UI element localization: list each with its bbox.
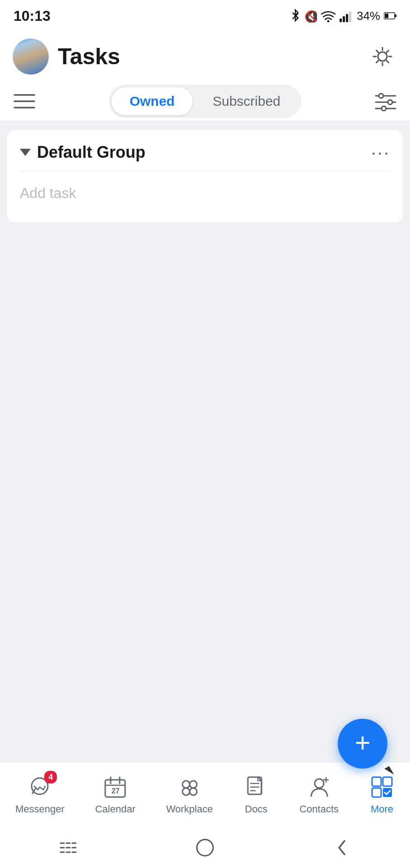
bluetooth-icon bbox=[290, 9, 301, 23]
main-content: Default Group ··· Add task bbox=[0, 121, 410, 762]
svg-line-16 bbox=[377, 51, 378, 52]
nav-item-workplace[interactable]: Workplace bbox=[166, 774, 213, 815]
messenger-nav-icon: 4 bbox=[27, 774, 52, 800]
avatar[interactable] bbox=[13, 38, 49, 75]
tabs-pill: Owned Subscribed bbox=[109, 85, 301, 118]
status-time: 10:13 bbox=[14, 8, 51, 24]
messenger-label: Messenger bbox=[15, 803, 65, 815]
recents-icon bbox=[58, 840, 79, 856]
svg-point-28 bbox=[382, 106, 386, 111]
battery-icon bbox=[384, 12, 396, 20]
bottom-nav: 4 Messenger 27 Calendar Workplace bbox=[0, 762, 410, 827]
list-filter-icon bbox=[13, 91, 36, 111]
header: Tasks bbox=[0, 32, 410, 81]
battery-text: 34% bbox=[357, 9, 380, 23]
nav-item-docs[interactable]: Docs bbox=[243, 774, 269, 815]
status-icons: 🔇 34% bbox=[290, 9, 396, 23]
svg-rect-49 bbox=[383, 777, 392, 786]
calendar-nav-icon: 27 bbox=[102, 774, 128, 800]
mute-icon: 🔇 bbox=[304, 9, 317, 23]
wifi-icon bbox=[321, 9, 336, 22]
settings-button[interactable] bbox=[368, 42, 397, 71]
more-dots-icon: ··· bbox=[371, 142, 390, 162]
svg-line-17 bbox=[387, 61, 388, 62]
svg-rect-10 bbox=[385, 14, 388, 18]
svg-line-18 bbox=[387, 51, 388, 52]
add-task-input[interactable]: Add task bbox=[20, 180, 390, 206]
workplace-label: Workplace bbox=[166, 803, 213, 815]
more-nav-icon bbox=[369, 774, 395, 800]
tab-owned[interactable]: Owned bbox=[112, 87, 193, 115]
svg-point-45 bbox=[315, 779, 324, 788]
svg-point-36 bbox=[190, 781, 197, 788]
sliders-button[interactable] bbox=[372, 88, 399, 115]
group-header-left: Default Group bbox=[20, 143, 145, 162]
svg-rect-50 bbox=[372, 788, 381, 797]
nav-item-more[interactable]: More bbox=[369, 774, 395, 815]
page-title: Tasks bbox=[58, 43, 120, 70]
calendar-label: Calendar bbox=[95, 803, 135, 815]
docs-nav-icon bbox=[243, 774, 269, 800]
more-label: More bbox=[371, 803, 393, 815]
svg-point-3 bbox=[327, 20, 329, 23]
signal-icon bbox=[340, 9, 353, 22]
divider bbox=[20, 171, 390, 171]
svg-text:🔇: 🔇 bbox=[304, 9, 317, 23]
svg-rect-39 bbox=[248, 777, 261, 794]
group-name: Default Group bbox=[37, 143, 145, 162]
group-header: Default Group ··· bbox=[20, 143, 390, 162]
svg-point-24 bbox=[379, 94, 383, 98]
svg-point-26 bbox=[388, 100, 392, 104]
plus-icon: + bbox=[354, 729, 370, 756]
nav-item-calendar[interactable]: 27 Calendar bbox=[95, 774, 135, 815]
svg-rect-5 bbox=[343, 16, 345, 22]
tab-section: Owned Subscribed bbox=[0, 81, 410, 121]
svg-point-61 bbox=[197, 840, 213, 856]
add-fab-button[interactable]: + bbox=[338, 719, 387, 769]
chevron-down-icon[interactable] bbox=[20, 149, 31, 156]
svg-rect-7 bbox=[349, 11, 351, 22]
svg-text:27: 27 bbox=[112, 787, 120, 795]
svg-rect-9 bbox=[395, 14, 396, 17]
svg-point-38 bbox=[190, 788, 197, 795]
svg-rect-4 bbox=[340, 19, 342, 22]
gear-icon bbox=[370, 44, 395, 69]
group-more-button[interactable]: ··· bbox=[371, 143, 390, 161]
nav-item-contacts[interactable]: Contacts bbox=[299, 774, 339, 815]
filter-button[interactable] bbox=[11, 88, 38, 115]
svg-rect-48 bbox=[372, 777, 381, 786]
nav-item-messenger[interactable]: 4 Messenger bbox=[15, 774, 65, 815]
home-icon bbox=[195, 837, 215, 858]
svg-rect-6 bbox=[346, 14, 348, 22]
contacts-nav-icon bbox=[307, 774, 332, 800]
svg-point-35 bbox=[182, 781, 190, 788]
tab-subscribed[interactable]: Subscribed bbox=[195, 87, 298, 115]
sliders-icon bbox=[374, 91, 397, 111]
header-left: Tasks bbox=[13, 38, 120, 75]
docs-label: Docs bbox=[245, 803, 267, 815]
svg-point-37 bbox=[182, 788, 190, 795]
workplace-nav-icon bbox=[177, 774, 202, 800]
status-bar: 10:13 🔇 34% bbox=[0, 0, 410, 32]
messenger-badge: 4 bbox=[44, 771, 57, 783]
recents-button[interactable] bbox=[50, 834, 86, 861]
contacts-label: Contacts bbox=[299, 803, 339, 815]
back-icon bbox=[334, 837, 350, 858]
back-button[interactable] bbox=[324, 834, 360, 861]
svg-point-11 bbox=[378, 52, 387, 61]
home-button[interactable] bbox=[187, 834, 223, 861]
group-card: Default Group ··· Add task bbox=[7, 130, 403, 222]
svg-line-19 bbox=[377, 61, 378, 62]
system-nav-bar bbox=[0, 827, 410, 868]
